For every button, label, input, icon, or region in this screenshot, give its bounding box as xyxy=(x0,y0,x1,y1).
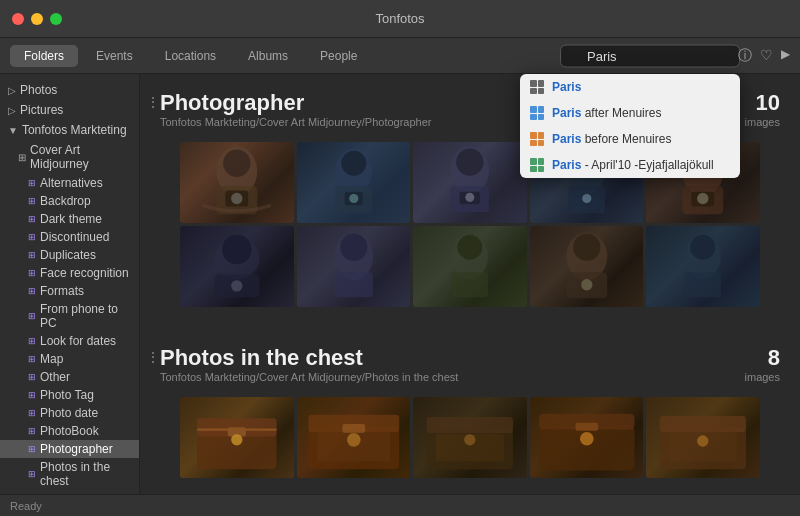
svg-point-1 xyxy=(223,150,250,177)
tab-events[interactable]: Events xyxy=(82,45,147,67)
nav-icons: ⓘ ♡ ▶ xyxy=(738,47,790,65)
sidebar-label-photographer: Photographer xyxy=(40,442,113,456)
album-count-number-1: 10 xyxy=(745,90,780,116)
sidebar-item-map[interactable]: ⊞ Map xyxy=(0,350,139,368)
dropdown-item-paris-after[interactable]: Paris after Menuires xyxy=(520,100,740,126)
album-count-chest: 8 images xyxy=(745,345,780,383)
sidebar-label-map: Map xyxy=(40,352,63,366)
sidebar-label-dark-theme: Dark theme xyxy=(40,212,102,226)
chest-photo-5[interactable] xyxy=(646,397,760,478)
photo-thumb-10[interactable] xyxy=(646,226,760,307)
sidebar-label-from-phone: From phone to PC xyxy=(40,302,131,330)
photo-thumb-2[interactable] xyxy=(297,142,411,223)
svg-point-58 xyxy=(580,432,594,446)
sidebar-item-backdrop[interactable]: ⊞ Backdrop xyxy=(0,192,139,210)
sidebar-item-discontinued[interactable]: ⊞ Discontinued xyxy=(0,228,139,246)
photo-thumb-6[interactable] xyxy=(180,226,294,307)
svg-point-18 xyxy=(582,194,591,203)
sidebar-item-formats[interactable]: ⊞ Formats xyxy=(0,282,139,300)
photo-thumb-8[interactable] xyxy=(413,226,527,307)
context-menu-button-1[interactable]: ⋮ xyxy=(146,94,160,110)
sidebar-item-look-dates[interactable]: ⊞ Look for dates xyxy=(0,332,139,350)
album-path-photographer: Tonfotos Markteting/Cover Art Midjourney… xyxy=(160,116,431,128)
sidebar-item-photobook[interactable]: ⊞ PhotoBook xyxy=(0,422,139,440)
album-count-number-2: 8 xyxy=(745,345,780,371)
svg-rect-40 xyxy=(685,272,721,297)
chest-photo-4[interactable] xyxy=(530,397,644,478)
sidebar-label-photobook: PhotoBook xyxy=(40,424,99,438)
tab-people[interactable]: People xyxy=(306,45,371,67)
sidebar-item-photos-chest[interactable]: ⊞ Photos in the chest xyxy=(0,458,139,490)
photo-thumb-1[interactable] xyxy=(180,142,294,223)
photo-thumb-9[interactable] xyxy=(530,226,644,307)
sidebar-label-backdrop: Backdrop xyxy=(40,194,91,208)
photo-thumb-3[interactable] xyxy=(413,142,527,223)
photo-grid-chest xyxy=(180,397,760,478)
sidebar-item-duplicates[interactable]: ⊞ Duplicates xyxy=(0,246,139,264)
nav-tabs: Folders Events Locations Albums People ⌕… xyxy=(0,38,800,74)
svg-point-37 xyxy=(581,279,592,290)
dropdown-item-paris-april[interactable]: Paris - April'10 -Eyjafjallajökull xyxy=(520,152,740,178)
sidebar-label-cover-art: Cover Art Midjourney xyxy=(30,143,131,171)
heart-icon[interactable]: ♡ xyxy=(760,47,773,65)
sidebar-item-dark-theme[interactable]: ⊞ Dark theme xyxy=(0,210,139,228)
tab-albums[interactable]: Albums xyxy=(234,45,302,67)
svg-rect-30 xyxy=(334,272,373,297)
folder-icon: ▷ xyxy=(8,85,16,96)
sidebar-label-photo-tag: Photo Tag xyxy=(40,388,94,402)
sidebar-item-photo-tag[interactable]: ⊞ Photo Tag xyxy=(0,386,139,404)
grid-icon-dark: ⊞ xyxy=(28,214,36,224)
grid-icon-other: ⊞ xyxy=(28,372,36,382)
photo-thumb-7[interactable] xyxy=(297,226,411,307)
sidebar-label-other: Other xyxy=(40,370,70,384)
info-icon[interactable]: ⓘ xyxy=(738,47,752,65)
svg-rect-54 xyxy=(436,434,504,461)
chest-photo-1[interactable] xyxy=(180,397,294,478)
grid-icon-backdrop: ⊞ xyxy=(28,196,36,206)
chest-photo-2[interactable] xyxy=(297,397,411,478)
grid-icon-pdate: ⊞ xyxy=(28,408,36,418)
grid-icon-dates: ⊞ xyxy=(28,336,36,346)
svg-rect-60 xyxy=(660,416,746,432)
close-button[interactable] xyxy=(12,13,24,25)
grid-icon-green xyxy=(530,158,544,172)
svg-point-11 xyxy=(456,148,483,175)
grid-icon-map: ⊞ xyxy=(28,354,36,364)
grid-icon-alt: ⊞ xyxy=(28,178,36,188)
sidebar-item-picasa[interactable]: ⊞ Picasa xyxy=(0,490,139,494)
svg-point-29 xyxy=(340,234,367,261)
minimize-button[interactable] xyxy=(31,13,43,25)
sidebar-item-photo-date[interactable]: ⊞ Photo date xyxy=(0,404,139,422)
tab-locations[interactable]: Locations xyxy=(151,45,230,67)
sidebar-item-alternatives[interactable]: ⊞ Alternatives xyxy=(0,174,139,192)
sidebar-item-other[interactable]: ⊞ Other xyxy=(0,368,139,386)
svg-rect-48 xyxy=(342,424,365,433)
dropdown-item-paris-before[interactable]: Paris before Menuires xyxy=(520,126,740,152)
sidebar-label-formats: Formats xyxy=(40,284,84,298)
sidebar-label-alternatives: Alternatives xyxy=(40,176,103,190)
sidebar-item-photos[interactable]: ▷ Photos xyxy=(0,80,139,100)
tab-folders[interactable]: Folders xyxy=(10,45,78,67)
sidebar-item-tonfotos[interactable]: ▼ Tonfotos Markteting xyxy=(0,120,139,140)
album-header-chest: Photos in the chest Tonfotos Markteting/… xyxy=(160,345,780,393)
sidebar-label-photos: Photos xyxy=(20,83,57,97)
grid-icon-default xyxy=(530,80,544,94)
sidebar-item-pictures[interactable]: ▷ Pictures xyxy=(0,100,139,120)
sidebar-item-face-recognition[interactable]: ⊞ Face recognition xyxy=(0,264,139,282)
sidebar-item-cover-art[interactable]: ⊞ Cover Art Midjourney xyxy=(0,140,139,174)
sidebar-label-photo-date: Photo date xyxy=(40,406,98,420)
app-title: Tonfotos xyxy=(375,11,424,26)
grid-icon-dup: ⊞ xyxy=(28,250,36,260)
sidebar-item-photographer[interactable]: ⊞ Photographer xyxy=(0,440,139,458)
dropdown-item-paris[interactable]: Paris xyxy=(520,74,740,100)
status-text: Ready xyxy=(10,500,42,512)
context-menu-button-2[interactable]: ⋮ xyxy=(146,349,160,365)
maximize-button[interactable] xyxy=(50,13,62,25)
svg-point-23 xyxy=(698,193,709,204)
search-input[interactable] xyxy=(560,44,740,67)
play-icon[interactable]: ▶ xyxy=(781,47,790,65)
search-area: ⌕ xyxy=(560,44,740,67)
svg-rect-52 xyxy=(427,417,513,433)
sidebar-item-from-phone[interactable]: ⊞ From phone to PC xyxy=(0,300,139,332)
chest-photo-3[interactable] xyxy=(413,397,527,478)
